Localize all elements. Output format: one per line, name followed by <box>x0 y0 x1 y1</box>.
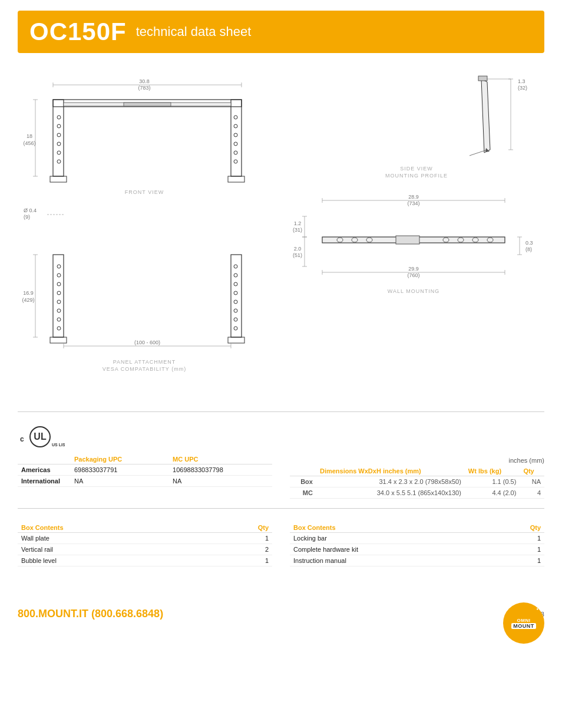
svg-rect-28 <box>228 176 244 182</box>
box-right-header-item: Box Contents <box>290 523 494 533</box>
omni-mount-logo: OMNI MOUNT ● <box>503 602 544 644</box>
svg-text:1.3: 1.3 <box>518 78 525 84</box>
page-footer: 800.MOUNT.IT (800.668.6848) 04022013 OMN… <box>18 602 544 638</box>
inches-mm-label: inches (mm) <box>290 457 544 464</box>
svg-text:1.2: 1.2 <box>294 220 302 226</box>
svg-point-19 <box>234 142 237 146</box>
packaging-intl-upc: NA <box>71 476 169 487</box>
svg-text:(760): (760) <box>407 272 419 278</box>
packaging-right: inches (mm) Dimensions WxDxH inches (mm)… <box>290 454 544 499</box>
box-right-item-0: Locking bar <box>290 533 494 544</box>
box-right-row-1: Complete hardware kit 1 <box>290 544 544 555</box>
packaging-col-empty <box>18 454 71 465</box>
box-left-item-0: Wall plate <box>18 533 204 544</box>
box-contents-right-table: Box Contents Qty Locking bar 1 Complete … <box>290 523 544 566</box>
box-contents-right: Box Contents Qty Locking bar 1 Complete … <box>290 523 544 566</box>
svg-rect-6 <box>53 100 64 176</box>
box-left-row-0: Wall plate 1 <box>18 533 272 544</box>
omni-logo-dot: ● <box>536 607 538 611</box>
svg-point-42 <box>57 327 61 330</box>
svg-text:FRONT VIEW: FRONT VIEW <box>125 189 164 195</box>
box-left-qty-1: 2 <box>204 544 272 555</box>
panel-attachment-diagram: (100 - 600) 16.9 (429) PANEL ATTACHMENT … <box>18 243 265 402</box>
packaging-table-left: Packaging UPC MC UPC Americas 6988330377… <box>18 454 272 499</box>
svg-point-44 <box>234 274 237 277</box>
svg-point-10 <box>57 116 61 119</box>
omni-logo-line2: MOUNT <box>511 623 536 629</box>
svg-text:16.9: 16.9 <box>23 290 34 296</box>
svg-rect-99 <box>396 236 419 244</box>
svg-text:18: 18 <box>27 133 32 139</box>
diagrams-right: 1.3 (32) SIDE VIEW MOUNTING PROFILE 28.9… <box>287 67 544 402</box>
svg-rect-7 <box>231 100 242 176</box>
diagrams-left: 30.8 (783) <box>18 67 275 402</box>
svg-text:Ø 0.4: Ø 0.4 <box>24 207 37 213</box>
front-view-diagram: 30.8 (783) <box>18 67 265 238</box>
dims-box-qty: NA <box>520 476 544 487</box>
svg-point-15 <box>57 160 61 163</box>
svg-text:(31): (31) <box>293 227 302 233</box>
dimensions-table: Dimensions WxDxH inches (mm) Wt lbs (kg)… <box>290 466 544 499</box>
diagrams-section: 30.8 (783) <box>18 67 544 402</box>
svg-rect-9 <box>124 103 171 106</box>
svg-text:0.3: 0.3 <box>525 240 533 246</box>
svg-text:28.9: 28.9 <box>408 194 419 200</box>
svg-point-43 <box>234 265 237 268</box>
dims-row-mc: MC 34.0 x 5.5 5.1 (865x140x130) 4.4 (2.0… <box>290 487 544 499</box>
box-contents-left: Box Contents Qty Wall plate 1 Vertical r… <box>18 523 272 566</box>
footer-phone: 800.MOUNT.IT (800.668.6848) <box>18 608 163 620</box>
dims-mc-qty: 4 <box>520 487 544 499</box>
svg-point-38 <box>57 291 61 295</box>
model-name: OC150F <box>29 18 127 46</box>
svg-rect-34 <box>231 255 242 337</box>
svg-rect-60 <box>50 337 67 343</box>
svg-point-11 <box>57 124 61 128</box>
svg-point-39 <box>57 300 61 304</box>
svg-text:SIDE VIEW: SIDE VIEW <box>400 166 433 172</box>
box-right-header-qty: Qty <box>494 523 544 533</box>
svg-text:(734): (734) <box>407 200 419 206</box>
dims-mc-wt: 4.4 (2.0) <box>465 487 520 499</box>
svg-point-46 <box>234 291 237 295</box>
svg-point-20 <box>234 151 237 154</box>
box-right-item-2: Instruction manual <box>290 555 494 566</box>
box-left-row-1: Vertical rail 2 <box>18 544 272 555</box>
svg-text:(783): (783) <box>138 85 150 91</box>
svg-text:UL: UL <box>34 431 47 442</box>
svg-point-17 <box>234 124 237 128</box>
box-left-qty-2: 1 <box>204 555 272 566</box>
page-header: OC150F technical data sheet <box>18 11 544 53</box>
svg-text:PANEL ATTACHMENT: PANEL ATTACHMENT <box>113 359 176 365</box>
svg-point-50 <box>234 327 237 330</box>
box-left-item-2: Bubble level <box>18 555 204 566</box>
box-left-item-1: Vertical rail <box>18 544 204 555</box>
svg-text:30.8: 30.8 <box>139 78 150 84</box>
box-left-qty-0: 1 <box>204 533 272 544</box>
dims-col-empty <box>290 466 316 476</box>
svg-text:VESA COMPATABILITY (mm): VESA COMPATABILITY (mm) <box>103 366 186 372</box>
box-contents-section: Box Contents Qty Wall plate 1 Vertical r… <box>18 523 544 566</box>
packaging-row-americas: Americas 698833037791 10698833037798 <box>18 465 272 476</box>
svg-point-40 <box>57 309 61 312</box>
svg-text:(9): (9) <box>24 214 30 220</box>
svg-text:(429): (429) <box>22 297 34 303</box>
svg-point-16 <box>234 116 237 119</box>
dims-box-dims: 31.4 x 2.3 x 2.0 (798x58x50) <box>316 476 465 487</box>
packaging-americas-label: Americas <box>18 465 71 476</box>
wall-mounting-diagram: 28.9 (734) 0.3 (8) 1.2 (31) 2.0 (51) <box>287 190 534 308</box>
svg-point-45 <box>234 282 237 286</box>
svg-text:29.9: 29.9 <box>408 266 419 272</box>
box-right-item-1: Complete hardware kit <box>290 544 494 555</box>
box-left-header-qty: Qty <box>204 523 272 533</box>
svg-point-37 <box>57 282 61 286</box>
svg-text:US LISTED: US LISTED <box>52 443 65 447</box>
svg-point-13 <box>57 142 61 146</box>
box-left-header-item: Box Contents <box>18 523 204 533</box>
packaging-col-upc: Packaging UPC <box>71 454 169 465</box>
svg-point-14 <box>57 151 61 154</box>
ul-badge: c UL US LISTED <box>18 424 65 450</box>
svg-text:MOUNTING PROFILE: MOUNTING PROFILE <box>385 173 448 179</box>
svg-rect-70 <box>478 76 487 81</box>
omni-logo-line1: OMNI <box>517 618 531 623</box>
svg-point-35 <box>57 265 61 268</box>
